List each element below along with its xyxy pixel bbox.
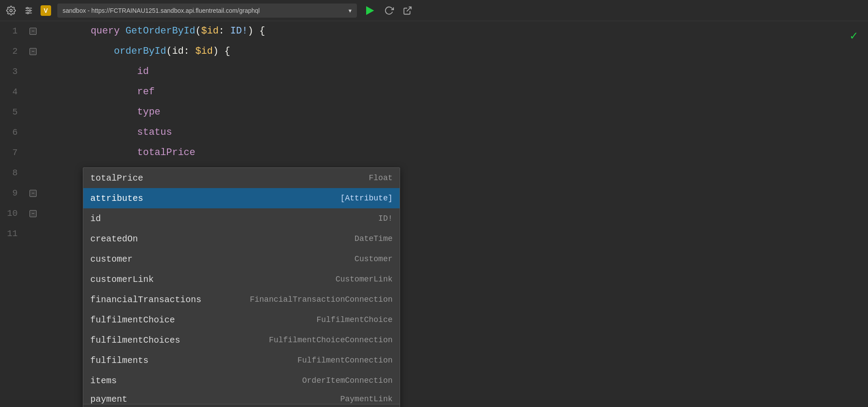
autocomplete-item-fulfilmentchoice[interactable]: fulfilmentChoice FulfilmentChoice [83,310,400,330]
gutter-1[interactable]: − [26,28,40,35]
autocomplete-item-name: attributes [90,193,143,204]
autocomplete-item-type: FulfilmentChoiceConnection [269,336,393,344]
external-link-icon[interactable] [402,5,413,16]
autocomplete-item-fulfilmentchoices[interactable]: fulfilmentChoices FulfilmentChoiceConnec… [83,330,400,350]
svg-point-4 [26,7,28,9]
gutter-2[interactable]: − [26,48,40,55]
autocomplete-item-type: CustomerLink [335,275,393,284]
autocomplete-item-name: payment [90,394,127,404]
sliders-icon[interactable] [23,5,34,16]
autocomplete-item-name: customerLink [90,274,154,285]
svg-point-0 [10,9,12,12]
gutter-9[interactable]: − [26,190,40,197]
svg-point-5 [29,10,31,11]
line-number-10: 10 [0,204,26,224]
settings-icon[interactable] [5,5,17,16]
line-number-5: 5 [0,102,26,122]
line-number-2: 2 [0,41,26,62]
autocomplete-item-attributes[interactable]: attributes [Attribute] [83,188,400,208]
autocomplete-item-type: FulfilmentChoice [316,315,393,324]
url-bar[interactable]: sandbox - https://FCTRAINAU1251.sandbox.… [57,4,357,18]
autocomplete-item-name: fulfilmentChoice [90,315,175,325]
fold-icon-10[interactable]: − [30,210,37,217]
autocomplete-item-type: [Attribute] [340,194,393,203]
autocomplete-footer: Press ↵ to insert, → to replace ⋮ [83,404,400,407]
line-number-9: 9 [0,183,26,204]
line-number-1: 1 [0,21,26,41]
autocomplete-item-type: PaymentLink [340,395,393,403]
toolbar-right-icons [383,5,413,16]
line-number-4: 4 [0,82,26,102]
chevron-down-icon: ▾ [349,7,352,14]
autocomplete-item-type: Customer [355,255,393,263]
autocomplete-item-id[interactable]: id ID! [83,208,400,229]
autocomplete-item-name: fulfilments [90,355,148,366]
fold-icon-1[interactable]: − [30,28,37,35]
autocomplete-item-payment[interactable]: payment PaymentLink [83,391,400,404]
autocomplete-item-name: totalPrice [90,173,143,183]
editor-container: 1 − query GetOrderById($id: ID!) { 2 − o… [0,21,868,407]
version-badge: V [41,5,51,16]
autocomplete-item-type: FulfilmentConnection [297,356,393,365]
play-icon [366,6,374,15]
autocomplete-item-createdon[interactable]: createdOn DateTime [83,229,400,249]
autocomplete-item-name: createdOn [90,234,138,244]
autocomplete-item-type: OrderItemConnection [302,376,393,385]
line-number-7: 7 [0,143,26,163]
autocomplete-item-totalprice[interactable]: totalPrice Float [83,168,400,188]
autocomplete-item-name: customer [90,254,133,264]
line-number-6: 6 [0,122,26,143]
refresh-icon[interactable] [383,5,395,16]
autocomplete-item-type: ID! [378,214,393,223]
autocomplete-item-customer[interactable]: customer Customer [83,249,400,269]
autocomplete-item-name: financialTransactions [90,295,201,305]
autocomplete-dropdown[interactable]: totalPrice Float attributes [Attribute] … [83,167,400,407]
validation-checkmark: ✓ [850,28,857,43]
code-editor[interactable]: 1 − query GetOrderById($id: ID!) { 2 − o… [0,21,868,407]
autocomplete-item-type: FinancialTransactionConnection [250,295,393,304]
gutter-10[interactable]: − [26,210,40,217]
run-button[interactable] [363,4,377,18]
autocomplete-item-type: DateTime [355,234,393,243]
line-number-11: 11 [0,224,26,244]
autocomplete-item-name: items [90,376,117,386]
autocomplete-item-type: Float [369,174,393,182]
svg-point-6 [27,12,29,14]
autocomplete-item-fulfilments[interactable]: fulfilments FulfilmentConnection [83,350,400,370]
line-number-8: 8 [0,163,26,183]
autocomplete-item-customerlink[interactable]: customerLink CustomerLink [83,269,400,289]
fold-icon-9[interactable]: − [30,190,37,197]
fold-icon-2[interactable]: − [30,48,37,55]
url-text: sandbox - https://FCTRAINAU1251.sandbox.… [63,7,260,14]
autocomplete-item-items[interactable]: items OrderItemConnection [83,370,400,391]
autocomplete-item-name: fulfilmentChoices [90,335,180,345]
line-number-3: 3 [0,62,26,82]
autocomplete-item-financialtransactions[interactable]: financialTransactions FinancialTransacti… [83,289,400,310]
autocomplete-item-name: id [90,214,101,224]
svg-line-7 [407,7,411,11]
toolbar: V sandbox - https://FCTRAINAU1251.sandbo… [0,0,868,21]
